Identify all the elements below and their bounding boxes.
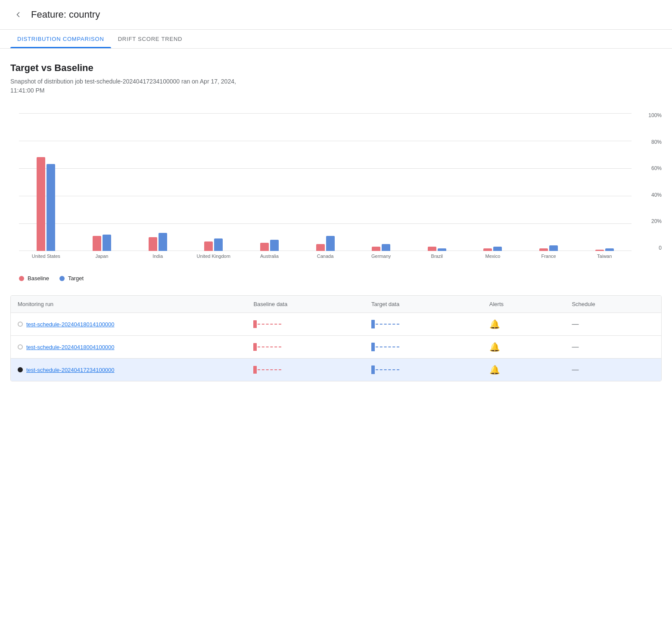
bar-australia-baseline	[260, 243, 269, 251]
section-title: Target vs Baseline	[10, 62, 662, 74]
alert-bell-1: 🔔	[489, 319, 500, 329]
bar-mexico-target	[493, 247, 502, 251]
tab-drift[interactable]: DRIFT SCORE TREND	[111, 30, 190, 48]
cell-run-2: test-schedule-20240418004100000	[18, 344, 253, 350]
run-link-2[interactable]: test-schedule-20240418004100000	[26, 344, 115, 350]
bar-germany-target	[382, 244, 390, 251]
legend-baseline: Baseline	[19, 275, 49, 282]
bar-uk-target	[214, 238, 223, 251]
schedule-dash-3: —	[572, 366, 579, 374]
x-label-canada: Canada	[298, 254, 352, 259]
legend-target: Target	[59, 275, 84, 282]
mini-target-chart-1	[371, 320, 399, 328]
mini-dotted-baseline-3	[258, 369, 281, 370]
alert-bell-2: 🔔	[489, 342, 500, 352]
y-label-20: 20%	[651, 218, 662, 224]
x-label-germany: Germany	[354, 254, 408, 259]
bar-group-us	[19, 113, 73, 251]
bar-group-mexico	[466, 113, 520, 251]
page-title: Feature: country	[31, 9, 100, 20]
mini-dotted-target-3	[376, 369, 399, 370]
run-link-3[interactable]: test-schedule-20240417234100000	[26, 367, 115, 373]
bar-germany-baseline	[372, 247, 380, 251]
mini-baseline-chart-2	[253, 343, 281, 351]
alert-bell-3: 🔔	[489, 365, 500, 375]
bar-uk-baseline	[204, 241, 213, 251]
y-label-0: 0	[659, 245, 662, 251]
cell-baseline-2	[253, 343, 371, 351]
page-header: Feature: country	[0, 0, 672, 30]
bar-group-india	[131, 113, 185, 251]
x-label-brazil: Brazil	[410, 254, 464, 259]
bar-group-japan	[75, 113, 129, 251]
x-label-india: India	[131, 254, 185, 259]
mini-dotted-baseline-1	[258, 324, 281, 325]
legend-target-label: Target	[68, 275, 84, 282]
cell-target-1	[371, 320, 489, 328]
bar-us-baseline	[37, 157, 45, 251]
bar-chart: 100% 80% 60% 40% 20% 0	[10, 109, 662, 268]
cell-schedule-1: —	[572, 320, 654, 328]
bar-group-canada	[298, 113, 352, 251]
table-row: test-schedule-20240418004100000 🔔 —	[11, 336, 661, 359]
cell-alerts-3: 🔔	[489, 365, 572, 375]
col-header-baseline: Baseline data	[253, 301, 371, 307]
table-row: test-schedule-20240417234100000 🔔 —	[11, 359, 661, 381]
x-label-us: United States	[19, 254, 73, 259]
cell-baseline-1	[253, 320, 371, 328]
bar-canada-target	[326, 236, 335, 251]
bar-us-target	[47, 164, 55, 251]
cell-schedule-3: —	[572, 366, 654, 374]
mini-bar-baseline-2	[253, 343, 257, 351]
mini-baseline-chart-1	[253, 320, 281, 328]
mini-bar-baseline-3	[253, 366, 257, 374]
bar-group-taiwan	[577, 113, 632, 251]
y-label-40: 40%	[651, 192, 662, 198]
col-header-target: Target data	[371, 301, 489, 307]
cell-run-1: test-schedule-20240418014100000	[18, 321, 253, 328]
cell-run-3: test-schedule-20240417234100000	[18, 367, 253, 373]
mini-dotted-baseline-2	[258, 347, 281, 347]
row-indicator-3	[18, 367, 23, 372]
cell-alerts-1: 🔔	[489, 319, 572, 329]
legend-baseline-label: Baseline	[28, 275, 49, 282]
row-indicator-1	[18, 322, 23, 327]
mini-bar-target-3	[371, 365, 375, 374]
x-label-france: France	[522, 254, 576, 259]
chart-legend: Baseline Target	[10, 275, 662, 282]
bar-india-target	[159, 233, 167, 251]
col-header-run: Monitoring run	[18, 301, 253, 307]
mini-dotted-target-1	[376, 324, 399, 325]
x-label-mexico: Mexico	[466, 254, 520, 259]
bar-japan-target	[103, 235, 111, 251]
tab-distribution[interactable]: DISTRIBUTION COMPARISON	[10, 30, 111, 48]
bar-group-australia	[243, 113, 297, 251]
run-link-1[interactable]: test-schedule-20240418014100000	[26, 321, 115, 328]
schedule-dash-2: —	[572, 343, 579, 351]
mini-bar-target-2	[371, 343, 375, 351]
mini-bar-target-1	[371, 320, 375, 328]
back-button[interactable]	[10, 7, 26, 22]
col-header-alerts: Alerts	[489, 301, 572, 307]
cell-alerts-2: 🔔	[489, 342, 572, 352]
mini-target-chart-3	[371, 365, 399, 374]
table-header: Monitoring run Baseline data Target data…	[11, 296, 661, 313]
x-label-japan: Japan	[75, 254, 129, 259]
mini-dotted-target-2	[376, 347, 399, 347]
x-label-australia: Australia	[243, 254, 297, 259]
main-content: Target vs Baseline Snapshot of distribut…	[0, 49, 672, 395]
legend-dot-baseline	[19, 276, 24, 281]
bar-group-uk	[187, 113, 241, 251]
mini-baseline-chart-3	[253, 366, 281, 374]
row-indicator-2	[18, 344, 23, 350]
bar-india-baseline	[149, 237, 157, 251]
x-label-taiwan: Taiwan	[577, 254, 632, 259]
legend-dot-target	[59, 276, 65, 281]
mini-bar-baseline-1	[253, 320, 257, 328]
table-row: test-schedule-20240418014100000 🔔 —	[11, 313, 661, 336]
tabs-bar: DISTRIBUTION COMPARISON DRIFT SCORE TREN…	[0, 30, 672, 49]
y-label-60: 60%	[651, 165, 662, 171]
monitoring-table: Monitoring run Baseline data Target data…	[10, 295, 662, 381]
bar-australia-target	[270, 240, 279, 251]
y-label-100: 100%	[648, 112, 662, 118]
